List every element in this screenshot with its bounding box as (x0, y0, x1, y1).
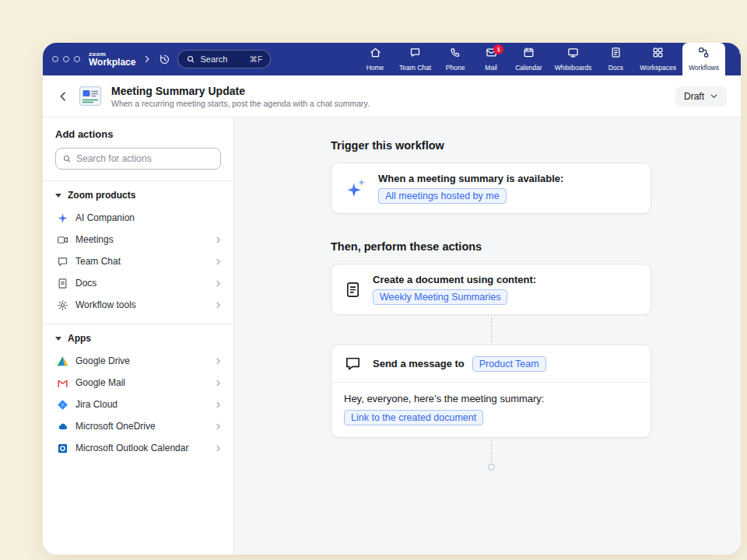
sidebar-item-label: Google Drive (75, 355, 130, 366)
google-mail-icon (56, 376, 68, 389)
sidebar-item-label: Jira Cloud (75, 399, 117, 410)
sidebar-item-label: AI Companion (75, 212, 135, 223)
window-control-dot[interactable] (74, 56, 80, 62)
send-message-title: Send a message to (373, 358, 465, 369)
google-drive-icon (56, 355, 68, 367)
window-control-dot[interactable] (63, 56, 69, 62)
chat-bubble-icon (344, 355, 362, 373)
window-controls[interactable] (52, 56, 80, 62)
nav-left-cluster: zoom Workplace Search ⌘F (43, 43, 280, 75)
send-message-card[interactable]: Send a message to Product Team Hey, ever… (331, 345, 651, 438)
sidebar-item-google-drive[interactable]: Google Drive (43, 350, 233, 372)
chevron-right-icon (214, 279, 223, 288)
message-recipient-pill[interactable]: Product Team (472, 356, 546, 372)
zoom-workplace-logo: zoom Workplace (89, 51, 135, 68)
workflow-thumbnail-icon (79, 86, 102, 107)
sidebar-item-docs[interactable]: Docs (43, 272, 233, 294)
nav-item-whiteboards[interactable]: Whiteboards (549, 43, 598, 75)
search-icon (62, 154, 72, 163)
sidebar-item-label: Microsoft Outlook Calendar (75, 443, 188, 453)
sidebar-item-meetings[interactable]: Meetings (43, 229, 233, 250)
gear-icon (56, 299, 68, 311)
sidebar-item-microsoft-outlook-calendar[interactable]: Microsoft Outlook Calendar (43, 437, 233, 459)
actions-search-input[interactable] (76, 153, 214, 164)
trigger-card[interactable]: When a meeting summary is available: All… (331, 163, 651, 214)
search-shortcut: ⌘F (250, 54, 263, 64)
nav-items: Home Team Chat Phone 1 Mail Calend (357, 43, 741, 75)
nav-item-team-chat[interactable]: Team Chat (393, 43, 437, 75)
message-link-pill[interactable]: Link to the created document (344, 410, 483, 425)
trigger-scope-pill[interactable]: All meetings hosted by me (378, 188, 507, 204)
sidebar-item-label: Workflow tools (75, 299, 136, 310)
nav-item-label: Mail (485, 64, 497, 72)
onedrive-icon (56, 420, 68, 432)
nav-item-label: Workspaces (640, 64, 676, 72)
create-document-card[interactable]: Create a document using content: Weekly … (331, 264, 651, 315)
ai-sparkle-icon (344, 177, 367, 200)
window-control-dot[interactable] (52, 56, 58, 62)
docs-icon (610, 47, 622, 61)
nav-item-workspaces[interactable]: Workspaces (633, 43, 682, 75)
nav-item-label: Docs (608, 64, 623, 72)
chevron-right-icon (214, 301, 223, 310)
chevron-right-icon (214, 401, 223, 409)
sidebar-title: Add actions (55, 128, 221, 140)
sidebar-item-microsoft-onedrive[interactable]: Microsoft OneDrive (43, 415, 233, 437)
add-step-node[interactable] (488, 464, 495, 471)
desktop-background: zoom Workplace Search ⌘F (0, 0, 747, 560)
section-zoom-products[interactable]: Zoom products (43, 181, 233, 207)
actions-sidebar: Add actions Zoom products AI Com (43, 117, 234, 555)
history-icon[interactable] (159, 54, 170, 65)
chevron-right-icon[interactable] (142, 54, 152, 64)
nav-item-workflows[interactable]: Workflows (682, 43, 725, 75)
sidebar-item-workflow-tools[interactable]: Workflow tools (43, 294, 233, 316)
nav-item-mail[interactable]: 1 Mail (473, 43, 509, 75)
nav-item-label: Workflows (689, 64, 719, 72)
nav-item-label: Whiteboards (555, 64, 592, 72)
nav-item-label: Calendar (515, 64, 542, 72)
status-dropdown[interactable]: Draft (675, 86, 727, 107)
section-label: Apps (68, 333, 91, 344)
status-badge: Draft (684, 91, 704, 102)
chevron-right-icon (214, 444, 223, 453)
nav-item-docs[interactable]: Docs (598, 43, 633, 75)
workflows-icon (698, 47, 710, 61)
back-icon[interactable] (57, 90, 69, 103)
phone-icon (450, 47, 461, 61)
app-window: zoom Workplace Search ⌘F (43, 43, 741, 555)
collapse-caret-icon (55, 194, 61, 198)
sidebar-item-jira-cloud[interactable]: Jira Cloud (43, 394, 233, 415)
home-icon (370, 47, 381, 61)
search-label: Search (200, 54, 227, 64)
chevron-right-icon (214, 236, 223, 244)
sidebar-item-label: Team Chat (75, 256, 121, 267)
ai-sparkle-icon (56, 212, 68, 224)
section-apps[interactable]: Apps (43, 324, 233, 350)
sidebar-item-label: Docs (75, 278, 96, 289)
app-body: Add actions Zoom products AI Com (43, 117, 741, 555)
mail-badge: 1 (493, 44, 503, 54)
global-search[interactable]: Search ⌘F (177, 50, 271, 68)
message-body: Hey, everyone, here’s the meeting summar… (331, 383, 651, 437)
jira-icon (56, 398, 68, 411)
nav-item-home[interactable]: Home (357, 43, 393, 75)
nav-item-phone[interactable]: Phone (437, 43, 473, 75)
sidebar-item-label: Meetings (75, 234, 114, 245)
workflow-subtitle: When a recurring meeting starts, post th… (111, 99, 370, 108)
trigger-card-title: When a meeting summary is available: (378, 173, 563, 184)
actions-search-box[interactable] (55, 148, 221, 170)
sidebar-item-team-chat[interactable]: Team Chat (43, 250, 233, 272)
nav-item-label: Phone (446, 64, 465, 72)
message-body-text: Hey, everyone, here’s the meeting summar… (344, 393, 638, 404)
sidebar-item-ai-companion[interactable]: AI Companion (43, 207, 233, 229)
workflow-header: Meeting Summary Update When a recurring … (43, 75, 741, 117)
search-icon (186, 54, 195, 64)
sidebar-item-google-mail[interactable]: Google Mail (43, 372, 233, 394)
top-navigation: zoom Workplace Search ⌘F (43, 43, 741, 75)
workflow-connector-line (491, 440, 492, 462)
nav-item-more[interactable]: M (725, 43, 741, 75)
nav-item-label: Home (366, 64, 384, 72)
nav-item-calendar[interactable]: Calendar (509, 43, 549, 75)
whiteboards-icon (567, 47, 579, 61)
document-content-pill[interactable]: Weekly Meeting Summaries (373, 289, 507, 305)
